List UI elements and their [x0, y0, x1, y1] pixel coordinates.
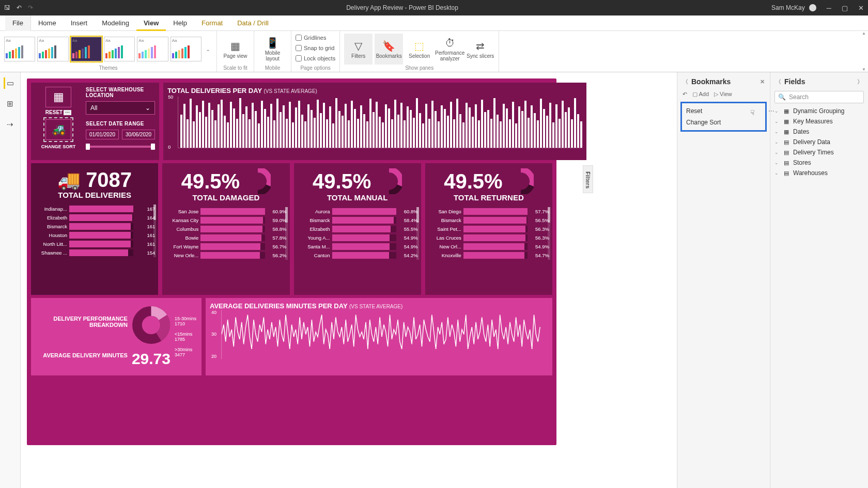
fields-title: Fields [781, 77, 857, 86]
kpi-total-deliveries[interactable]: 🚚7087 TOTAL DELIVERIES Indianap...167Eli… [31, 163, 158, 295]
kpi-total-manual[interactable]: 49.5% TOTAL MANUAL Aurora60.8%Bismarck58… [294, 163, 421, 295]
user-name[interactable]: Sam McKay [771, 4, 805, 11]
kpi-total-returned[interactable]: 49.5% TOTAL RETURNED San Diego57.7%Bisma… [425, 163, 552, 295]
table-row: Indianap...167 [34, 204, 155, 213]
window-title: Delivery App Review - Power BI Desktop [33, 4, 771, 11]
page-view-button[interactable]: ▦Page view [221, 34, 250, 65]
theme-thumb[interactable]: Aa [104, 37, 135, 61]
top-chart-title: TOTAL DELIVERIES PER DAY [167, 87, 262, 95]
y-30: 30 [211, 332, 216, 337]
report-view-icon[interactable]: ▭ [4, 77, 15, 89]
kpi3-value: 49.5% [313, 170, 371, 193]
bookmark-changesort[interactable]: Change Sort [685, 117, 762, 128]
cursor-icon: ☟ [750, 108, 755, 117]
bookmarks-pane-button[interactable]: 🔖Bookmarks [375, 34, 403, 65]
title-bar: 🖫 ↶ ↷ Delivery App Review - Power BI Des… [0, 0, 868, 15]
theme-thumb[interactable]: Aa [71, 37, 102, 61]
top-bar-chart[interactable]: TOTAL DELIVERIES PER DAY (VS STATE AVERA… [163, 83, 586, 160]
changesort-image-button[interactable]: 🚜 [45, 119, 71, 140]
sync-slicers-button[interactable]: ⇄Sync slicers [466, 34, 494, 65]
field-table[interactable]: ⌄▤Warehouses [774, 169, 864, 177]
reset-view-icon[interactable]: ↶ [683, 91, 687, 98]
bookmark-more-icon[interactable]: ⋯ [768, 107, 774, 115]
report-canvas[interactable]: ▦ RESET ⋯ 🚜 CHANGE SORT SELECT WAREHOUSE… [27, 78, 556, 445]
date-label: SELECT DATE RANGE [86, 121, 155, 127]
seg3-val: 3477 [175, 352, 196, 357]
tab-help[interactable]: Help [166, 15, 194, 31]
tab-data[interactable]: Data / Drill [230, 15, 276, 31]
date-to[interactable]: 30/06/2020 [122, 130, 155, 139]
tab-insert[interactable]: Insert [64, 15, 95, 31]
tab-format[interactable]: Format [194, 15, 230, 31]
theme-thumb[interactable]: Aa [171, 37, 202, 61]
view-bookmark-button[interactable]: ▷ View [714, 91, 732, 98]
ribbon-collapse-icon[interactable]: ▲▼ [862, 31, 867, 72]
filters-pane-button[interactable]: ▽Filters [344, 34, 373, 65]
table-row: Bismarck56.5% [428, 216, 549, 225]
collapse-left-icon[interactable]: 〈 [776, 78, 781, 86]
field-table[interactable]: ⌄▤Delivery Times [774, 149, 864, 156]
table-row: Santa M...54.9% [297, 242, 418, 251]
lock-check[interactable]: Lock objects [296, 54, 335, 63]
canvas-area[interactable]: ▦ RESET ⋯ 🚜 CHANGE SORT SELECT WAREHOUSE… [21, 72, 677, 488]
undo-icon[interactable]: ↶ [17, 4, 22, 11]
y-40: 40 [211, 310, 216, 315]
theme-thumb[interactable]: Aa [37, 37, 68, 61]
filters-collapsed-tab[interactable]: 〈 Filters [583, 165, 593, 193]
add-bookmark-button[interactable]: ▢ Add [692, 91, 709, 98]
perf-analyzer-button[interactable]: ⏱Performance analyzer [436, 34, 464, 65]
field-table[interactable]: ⌄▤Stores [774, 159, 864, 166]
kpi1-value: 7087 [86, 168, 132, 192]
model-view-icon[interactable]: ⇢ [5, 119, 16, 130]
mobile-layout-button[interactable]: 📱Mobile layout [258, 34, 287, 65]
top-chart-subtitle: (VS STATE AVERAGE) [264, 88, 317, 94]
tab-modeling[interactable]: Modeling [95, 15, 136, 31]
data-view-icon[interactable]: ⊞ [5, 98, 16, 109]
restore-icon[interactable]: ▢ [842, 4, 848, 12]
theme-thumb[interactable]: Aa [137, 37, 168, 61]
donut-icon [376, 168, 402, 194]
table-row: New Orle...56.2% [165, 251, 286, 260]
field-table[interactable]: ⌄▤Delivery Data [774, 138, 864, 146]
table-row: San Diego57.7% [428, 207, 549, 216]
tab-file[interactable]: File [5, 15, 31, 31]
field-table[interactable]: ⌄▦Dates [774, 128, 864, 135]
expand-right-icon[interactable]: 〉 [857, 78, 863, 86]
minimize-icon[interactable]: ─ [827, 4, 831, 12]
table-row: Aurora60.8% [297, 207, 418, 216]
seg1-label: 15-30mins [175, 316, 196, 321]
table-row: Elizabeth164 [34, 213, 155, 222]
y-50: 50 [168, 95, 173, 100]
avg-value: 29.73 [132, 350, 171, 368]
collapse-left-icon[interactable]: 〈 [683, 78, 688, 86]
themes-more-icon[interactable]: ⌄ [204, 46, 212, 53]
close-icon[interactable]: ✕ [858, 4, 864, 12]
date-from[interactable]: 01/01/2020 [86, 130, 119, 139]
tab-view[interactable]: View [136, 15, 166, 31]
save-icon[interactable]: 🖫 [4, 4, 10, 11]
avatar[interactable] [809, 4, 816, 11]
field-table[interactable]: ⌄▦Key Measures [774, 118, 864, 125]
field-table[interactable]: ⌄▦Dynamic Grouping [774, 107, 864, 115]
warehouse-dropdown[interactable]: All ⌄ [86, 101, 155, 115]
gridlines-check[interactable]: Gridlines [296, 33, 326, 42]
perf-breakdown[interactable]: DELIVERY PERFORMANCE BREAKDOWN AVERAGE D… [31, 298, 202, 375]
reset-image-button[interactable]: ▦ [45, 87, 71, 107]
seg3-label: >30mins [175, 347, 196, 352]
visual-options-icon[interactable]: ⋯ [64, 110, 71, 115]
kpi4-value: 49.5% [444, 170, 502, 193]
group-pageoptions-label: Page options [296, 65, 335, 71]
kpi-total-damaged[interactable]: 49.5% TOTAL DAMAGED San Jose60.9%Kansas … [162, 163, 289, 295]
avg-line-chart[interactable]: AVERAGE DELIVERIES MINUTES PER DAY (VS S… [206, 298, 552, 375]
selection-pane-button[interactable]: ⬚Selection [405, 34, 433, 65]
date-slider[interactable] [86, 146, 155, 148]
redo-icon[interactable]: ↷ [28, 4, 33, 11]
fields-search[interactable]: 🔍 Search [774, 91, 864, 103]
table-row: Elizabeth55.5% [297, 225, 418, 233]
snap-check[interactable]: Snap to grid [296, 43, 334, 53]
fields-pane: 〈 Fields 〉 🔍 Search ⌄▦Dynamic Grouping⌄▦… [770, 72, 868, 488]
tab-home[interactable]: Home [31, 15, 64, 31]
theme-thumb[interactable]: Aa [4, 37, 35, 61]
table-row: Houston161 [34, 231, 155, 240]
close-pane-icon[interactable]: ✕ [760, 78, 765, 85]
